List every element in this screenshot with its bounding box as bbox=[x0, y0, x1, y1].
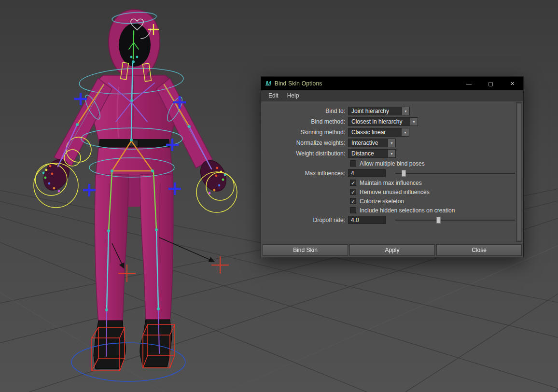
slider-handle[interactable] bbox=[436, 217, 441, 224]
max-influences-label: Max influences: bbox=[261, 170, 348, 177]
weight-distribution-dropdown[interactable]: Distance ▼ bbox=[348, 149, 396, 158]
normalize-weights-label: Normalize weights: bbox=[261, 140, 348, 146]
dropoff-rate-field[interactable] bbox=[348, 216, 386, 224]
options-form: Bind to: Joint hierarchy ▼ Bind method: … bbox=[261, 101, 523, 243]
character-model[interactable] bbox=[39, 10, 231, 369]
normalize-weights-dropdown[interactable]: Interactive ▼ bbox=[348, 139, 396, 147]
chevron-down-icon: ▼ bbox=[388, 139, 395, 147]
window-title: Bind Skin Options bbox=[275, 80, 322, 87]
window-titlebar[interactable]: M Bind Skin Options — ▢ ✕ bbox=[261, 77, 523, 90]
bind-skin-button[interactable]: Bind Skin bbox=[263, 244, 348, 256]
weight-distribution-label: Weight distribution: bbox=[261, 150, 348, 157]
dialog-footer: Bind Skin Apply Close bbox=[261, 243, 523, 257]
slider-handle[interactable] bbox=[402, 170, 406, 177]
bind-to-dropdown[interactable]: Joint hierarchy ▼ bbox=[348, 107, 410, 115]
chevron-down-icon: ▼ bbox=[388, 150, 395, 157]
dropoff-rate-slider[interactable] bbox=[395, 216, 515, 224]
chevron-down-icon: ▼ bbox=[402, 107, 409, 115]
left-leg bbox=[95, 175, 128, 322]
include-hidden-selections-checkbox[interactable] bbox=[350, 207, 356, 213]
chevron-down-icon: ▼ bbox=[410, 118, 418, 126]
skinning-method-dropdown[interactable]: Classic linear ▼ bbox=[348, 128, 409, 137]
scrollbar-thumb[interactable] bbox=[517, 103, 521, 241]
minimize-button[interactable]: — bbox=[458, 77, 480, 90]
remove-unused-influences-checkbox[interactable]: ✓ bbox=[350, 189, 356, 195]
menu-help[interactable]: Help bbox=[283, 90, 304, 101]
vertical-scrollbar[interactable] bbox=[516, 102, 522, 242]
maintain-max-influences-checkbox[interactable]: ✓ bbox=[350, 180, 356, 186]
skinning-method-label: Skinning method: bbox=[261, 129, 348, 136]
hips bbox=[96, 148, 173, 176]
close-button[interactable]: Close bbox=[436, 244, 522, 256]
chevron-down-icon: ▼ bbox=[401, 128, 409, 136]
dropoff-rate-label: Dropoff rate: bbox=[261, 217, 348, 224]
maya-logo-icon: M bbox=[265, 80, 271, 87]
menu-bar: Edit Help bbox=[261, 90, 523, 101]
max-influences-field[interactable] bbox=[348, 169, 386, 177]
apply-button[interactable]: Apply bbox=[349, 244, 435, 256]
bind-method-label: Bind method: bbox=[261, 118, 348, 125]
maya-viewport[interactable]: M Bind Skin Options — ▢ ✕ Edit Help Bind… bbox=[0, 0, 558, 392]
bind-skin-options-window: M Bind Skin Options — ▢ ✕ Edit Help Bind… bbox=[261, 76, 524, 257]
bind-method-dropdown[interactable]: Closest in hierarchy ▼ bbox=[348, 117, 418, 126]
colorize-skeleton-checkbox[interactable]: ✓ bbox=[350, 198, 356, 204]
bind-to-label: Bind to: bbox=[261, 108, 348, 114]
mask bbox=[119, 23, 151, 67]
close-window-button[interactable]: ✕ bbox=[502, 77, 523, 90]
allow-multiple-bind-poses-checkbox[interactable] bbox=[350, 160, 356, 167]
maximize-button[interactable]: ▢ bbox=[480, 77, 502, 90]
max-influences-slider[interactable] bbox=[395, 169, 515, 177]
menu-edit[interactable]: Edit bbox=[264, 90, 283, 101]
